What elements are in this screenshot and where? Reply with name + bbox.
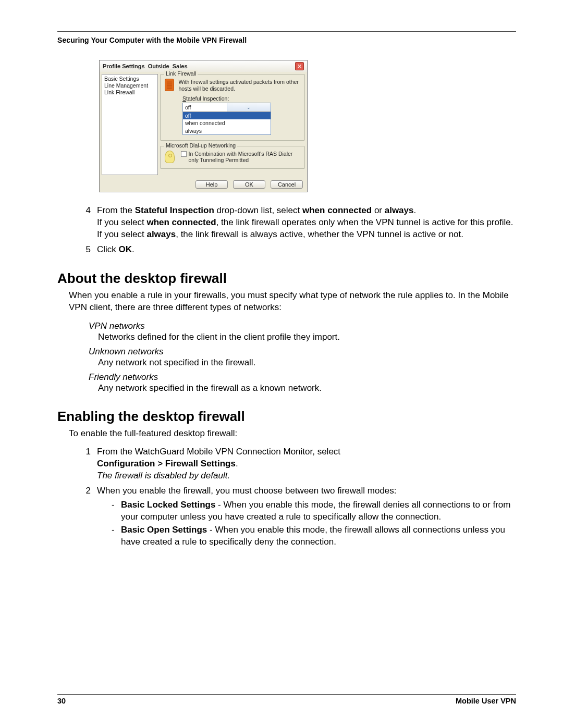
heading-enabling-desktop-firewall: Enabling the desktop firewall <box>57 409 516 425</box>
help-button[interactable]: Help <box>195 180 228 189</box>
stateful-inspection-label: Stateful Inspection: <box>182 95 300 102</box>
def-friendly-networks: Any network specified in the firewall as… <box>98 382 516 394</box>
close-icon[interactable]: ✕ <box>295 62 304 70</box>
heading-about-desktop-firewall: About the desktop firewall <box>57 270 516 287</box>
enable-intro: To enable the full-featured desktop fire… <box>69 428 516 440</box>
term-unknown-networks: Unknown networks <box>89 347 516 357</box>
mode-basic-open: Basic Open Settings - When you enable th… <box>121 524 516 548</box>
chevron-down-icon[interactable]: ⌄ <box>227 103 271 112</box>
sidebar-item-line-management[interactable]: Line Management <box>104 82 155 89</box>
page-number: 30 <box>57 697 66 705</box>
running-header: Securing Your Computer with the Mobile V… <box>57 36 516 44</box>
bullet-dash: - <box>112 499 116 523</box>
step-number-4: 4 <box>83 205 91 241</box>
term-vpn-networks: VPN networks <box>89 321 516 331</box>
bullet-dash: - <box>112 524 116 548</box>
step-number-5: 5 <box>83 244 91 256</box>
dropdown-option-when-connected[interactable]: when connected <box>183 119 271 127</box>
firewall-default-note: The firewall is disabled by default. <box>97 471 230 480</box>
def-vpn-networks: Networks defined for the client in the c… <box>98 331 516 343</box>
ms-dialup-group: Microsoft Dial-up Networking In Combinat… <box>160 146 305 169</box>
group-title-ms-dialup: Microsoft Dial-up Networking <box>164 142 237 149</box>
ras-tunneling-label: In Combination with Microsoft's RAS Dial… <box>189 151 300 163</box>
sidebar-item-link-firewall[interactable]: Link Firewall <box>104 89 155 96</box>
cancel-button[interactable]: Cancel <box>271 180 303 189</box>
step-5-text: Click OK. <box>97 244 516 256</box>
dropdown-options[interactable]: off when connected always <box>183 112 271 134</box>
enable-step-1-text: From the WatchGuard Mobile VPN Connectio… <box>97 446 516 482</box>
document-title: Mobile User VPN <box>456 697 516 705</box>
profile-settings-dialog: Profile Settings Outside_Sales ✕ Basic S… <box>99 60 308 192</box>
def-unknown-networks: Any network not specified in the firewal… <box>98 357 516 369</box>
sidebar-item-basic-settings[interactable]: Basic Settings <box>104 76 155 82</box>
settings-category-list[interactable]: Basic Settings Line Management Link Fire… <box>102 74 158 175</box>
mode-basic-locked: Basic Locked Settings - When you enable … <box>121 499 516 523</box>
dropdown-selected-value: off <box>183 104 227 111</box>
step-4-text: From the Stateful Inspection drop-down l… <box>97 205 516 241</box>
about-intro: When you enable a rule in your firewalls… <box>69 290 516 314</box>
dropdown-option-always[interactable]: always <box>183 127 271 134</box>
dialog-title-left: Profile Settings <box>103 63 145 69</box>
ras-tunneling-checkbox[interactable] <box>181 151 187 157</box>
dropdown-option-off[interactable]: off <box>183 112 271 119</box>
ok-button[interactable]: OK <box>233 180 265 189</box>
link-firewall-group: Link Firewall With firewall settings act… <box>160 74 305 141</box>
enable-step-number-2: 2 <box>83 485 91 548</box>
term-friendly-networks: Friendly networks <box>89 372 516 382</box>
dialog-title-profile-name: Outside_Sales <box>148 63 188 69</box>
dialog-titlebar: Profile Settings Outside_Sales ✕ <box>100 60 307 72</box>
key-icon <box>165 151 175 163</box>
firewall-description: With firewall settings activated packets… <box>178 79 300 92</box>
stateful-inspection-dropdown[interactable]: off ⌄ off when connected always <box>182 103 271 135</box>
group-title-link-firewall: Link Firewall <box>164 70 198 77</box>
enable-step-2-text: When you enable the firewall, you must c… <box>97 485 516 548</box>
enable-step-number-1: 1 <box>83 446 91 482</box>
firewall-icon <box>165 79 174 91</box>
